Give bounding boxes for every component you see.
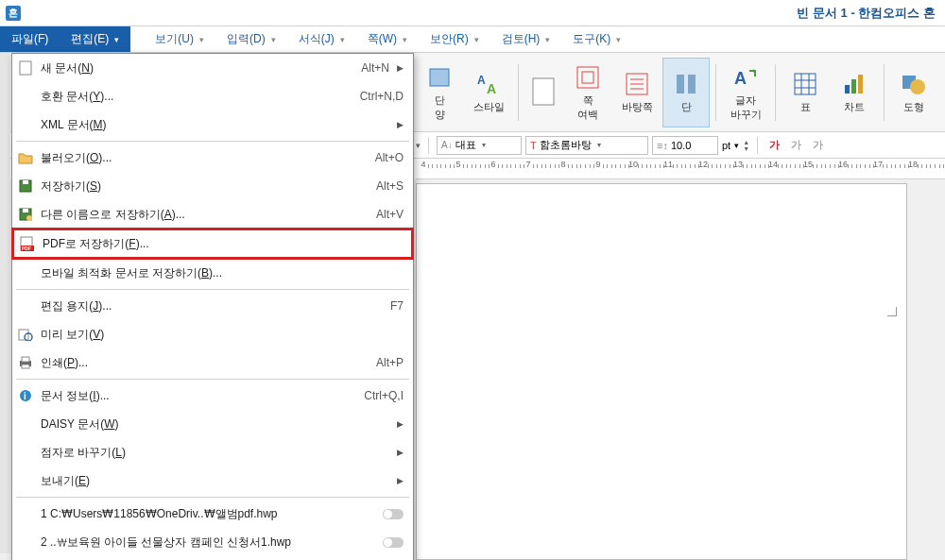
folder-icon [18,150,33,165]
size-dropdown[interactable]: ≡↕ 10.0 [652,136,718,155]
column-icon [672,70,700,98]
ribbon-half1[interactable]: 단 양 [416,58,463,127]
document-title: 빈 문서 1 - 한컴오피스 혼 [21,5,945,22]
left-gutter [0,53,10,553]
ribbon-chart[interactable]: 차트 [831,58,878,127]
menu-item-0[interactable]: 새 문서(N)Alt+N▶ [12,54,413,82]
menu-item-21[interactable]: 3 ..₩보육원 아이들 선물상자 캠페인 신청서.hwp [12,556,413,560]
menu-item-label: 점자로 바꾸기(L) [41,445,389,461]
ruler-number: 6 [490,160,495,169]
ruler-number: 11 [663,160,673,169]
menu-item-7[interactable]: PDFPDF로 저장하기(F)... [11,228,414,260]
ruler-number: 18 [908,160,918,169]
menu-security[interactable]: 보안(R)▾ [419,26,490,52]
menu-edit[interactable]: 편집(E)▾ [60,26,130,52]
menu-item-19[interactable]: 1 C:₩Users₩11856₩OneDriv..₩앨범pdf.hwp [12,500,413,528]
menu-item-1[interactable]: 호환 문서(Y)...Ctrl+N,D [12,82,413,110]
menu-item-14[interactable]: i문서 정보(I)...Ctrl+Q,I [12,382,413,410]
table-icon [791,70,819,98]
menu-item-4[interactable]: 불러오기(O)...Alt+O [12,144,413,172]
ruler: 456789101112131415161718 [416,159,945,179]
print-icon [18,355,33,370]
doc-icon [18,60,33,76]
menu-item-shortcut: Alt+S [376,179,404,193]
pdf-icon: PDF [20,236,35,251]
svg-rect-35 [22,357,29,362]
menu-review[interactable]: 검토(H)▾ [490,26,562,52]
menu-view[interactable]: 보기(U)▾ [144,26,215,52]
ribbon-column[interactable]: 단 [662,58,710,127]
menu-item-label: 2 ..₩보육원 아이들 선물상자 캠페인 신청서1.hwp [41,535,375,551]
chart-icon [840,70,868,98]
menu-item-20[interactable]: 2 ..₩보육원 아이들 선물상자 캠페인 신청서1.hwp [12,528,413,556]
preset-dropdown[interactable]: A↓ 대표▾ [437,136,522,155]
menu-format[interactable]: 서식(J)▾ [287,26,356,52]
menu-item-2[interactable]: XML 문서(M)▶ [12,110,413,139]
ribbon-bgpage[interactable]: 바탕쪽 [613,58,661,127]
svg-rect-25 [23,180,28,184]
ruler-number: 8 [560,160,565,169]
menu-item-16[interactable]: 점자로 바꾸기(L)▶ [12,438,413,467]
menu-item-15[interactable]: DAISY 문서(W)▶ [12,410,413,438]
menu-item-label: 불러오기(O)... [41,150,375,166]
ruler-number: 14 [768,160,778,169]
svg-rect-11 [688,75,696,93]
ribbon-shape[interactable]: 도형 [890,58,937,127]
svg-rect-10 [677,75,684,93]
menu-item-10[interactable]: 편집 용지(J)...F7 [12,292,413,320]
info-icon: i [18,388,33,403]
menu-item-shortcut: Ctrl+N,D [360,90,404,103]
menu-item-6[interactable]: 다른 이름으로 저장하기(A)...Alt+V [12,200,413,229]
menu-item-label: 문서 정보(I)... [41,388,364,404]
menu-item-label: XML 문서(M) [41,117,389,133]
half-icon [425,63,454,92]
menubar: 파일(F) 편집(E)▾ 보기(U)▾ 입력(D)▾ 서식(J)▾ 쪽(W)▾ … [0,26,945,53]
ribbon-blank1[interactable] [524,58,562,127]
menu-item-shortcut: Ctrl+Q,I [364,389,404,402]
italic-button[interactable]: 가 [787,136,805,154]
bold-button[interactable]: 가 [765,136,783,154]
svg-text:A: A [477,74,486,87]
svg-text:A: A [734,69,747,88]
menu-input[interactable]: 입력(D)▾ [215,26,287,52]
svg-point-22 [910,79,925,94]
menu-item-5[interactable]: 저장하기(S)Alt+S [12,172,413,200]
svg-text:A: A [487,81,496,96]
shape-icon [900,70,928,98]
submenu-arrow-icon: ▶ [397,63,404,73]
svg-rect-5 [582,72,593,83]
ruler-number: 15 [803,160,813,169]
menu-item-12[interactable]: 인쇄(P)...Alt+P [12,348,413,377]
saveas-icon [18,207,33,222]
menu-item-label: 1 C:₩Users₩11856₩OneDriv..₩앨범pdf.hwp [41,506,375,522]
save-icon [18,178,33,194]
ribbon-fontchange[interactable]: A 글자 바꾸기 [722,58,769,127]
menu-file[interactable]: 파일(F) [0,26,60,52]
ribbon-margin[interactable]: 쪽 여백 [564,58,611,127]
ruler-number: 4 [421,160,425,169]
pin-toggle[interactable] [383,537,404,548]
menu-item-shortcut: Alt+O [375,151,404,164]
file-dropdown-menu: 새 문서(N)Alt+N▶호환 문서(Y)...Ctrl+N,DXML 문서(M… [11,53,414,560]
spinner-icon[interactable]: ▲▼ [743,139,749,152]
menu-item-8[interactable]: 모바일 최적화 문서로 저장하기(B)... [12,259,413,287]
preview-icon [18,327,33,342]
menu-item-label: 보내기(E) [41,473,389,489]
svg-rect-3 [533,78,554,105]
submenu-arrow-icon: ▶ [397,120,404,129]
page[interactable] [416,183,907,560]
svg-rect-32 [19,330,28,340]
menu-item-11[interactable]: 미리 보기(V) [12,320,413,348]
ribbon-style[interactable]: AA 스타일 [465,58,512,127]
menu-item-label: 호환 문서(Y)... [41,89,360,105]
ruler-number: 10 [628,160,638,169]
menu-tools[interactable]: 도구(K)▾ [561,26,632,52]
menu-page[interactable]: 쪽(W)▾ [356,26,419,52]
menu-item-shortcut: Alt+N [361,61,389,75]
ribbon-table[interactable]: 표 [782,58,829,127]
menu-item-17[interactable]: 보내기(E)▶ [12,467,413,495]
menu-item-shortcut: Alt+P [376,356,404,369]
font-dropdown[interactable]: T 함초롬바탕▾ [525,136,648,155]
pin-toggle[interactable] [383,509,404,519]
underline-button[interactable]: 가 [809,136,827,154]
